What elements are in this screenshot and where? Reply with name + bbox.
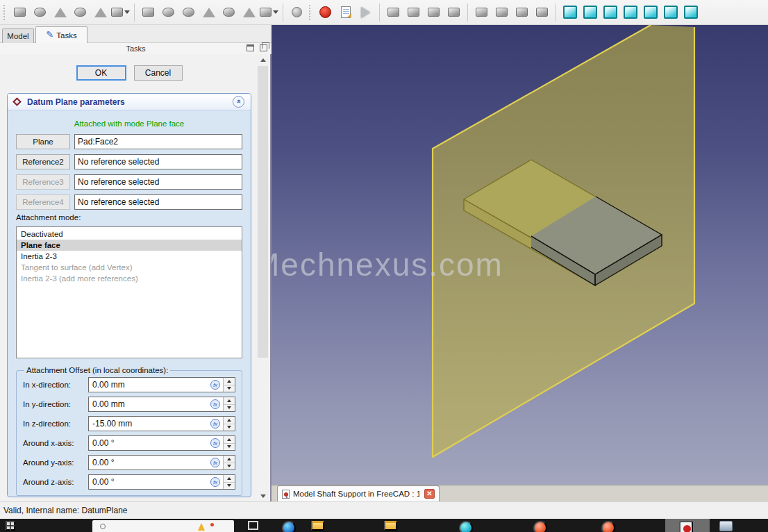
toolbar-drag-handle — [3, 5, 7, 20]
document-tab[interactable]: Model Shaft Support in FreeCAD : 1* ✕ — [277, 485, 440, 501]
spin-up-icon[interactable] — [224, 417, 235, 424]
folder-taskbar-icon[interactable] — [311, 521, 324, 531]
attachment-offset-group: Attachment Offset (in local coordinates)… — [16, 366, 242, 496]
spin-down-icon[interactable] — [224, 405, 235, 412]
close-document-icon[interactable]: ✕ — [424, 489, 435, 499]
app-teal-taskbar-icon[interactable] — [459, 521, 473, 532]
reference3-field[interactable]: No reference selected — [74, 174, 242, 190]
macro-play-button[interactable] — [356, 2, 376, 23]
float-panel-icon[interactable] — [260, 44, 267, 51]
view-rear-icon — [644, 6, 658, 19]
polar-pattern-button[interactable] — [512, 2, 532, 23]
expression-fx-icon[interactable]: fx — [210, 438, 220, 448]
spin-down-icon[interactable] — [224, 444, 235, 451]
mirrored-button[interactable] — [492, 2, 512, 23]
reference2-button[interactable]: Reference2 — [16, 154, 70, 169]
spin-up-icon[interactable] — [224, 397, 235, 405]
boolean-operation-button[interactable] — [287, 2, 307, 23]
expression-fx-icon[interactable]: fx — [210, 477, 220, 487]
multitransform-button[interactable] — [532, 2, 552, 23]
view-rear-button[interactable] — [640, 2, 660, 23]
spin-up-icon[interactable] — [224, 378, 235, 385]
view-left-button[interactable] — [681, 2, 701, 23]
fillet-button[interactable] — [383, 2, 403, 23]
document-tab-bar: Model Shaft Support in FreeCAD : 1* ✕ — [272, 485, 768, 501]
spin-down-icon[interactable] — [224, 463, 235, 470]
app-red-taskbar-icon[interactable] — [533, 521, 547, 532]
view-right-button[interactable] — [620, 2, 640, 23]
freecad-taskbar-icon[interactable] — [679, 521, 693, 532]
offset-spinbox[interactable]: -15.00 mmfx — [88, 416, 235, 431]
expression-fx-icon[interactable]: fx — [210, 458, 220, 467]
3d-viewport[interactable]: Mechnexus.com Model Shaft Support in Fre… — [272, 25, 768, 501]
spin-up-icon[interactable] — [224, 475, 235, 483]
macro-record-button[interactable] — [315, 2, 335, 23]
tab-tasks[interactable]: ✎ Tasks — [35, 26, 87, 43]
scroll-up-icon[interactable] — [257, 54, 269, 65]
additive-primitive-button[interactable] — [110, 2, 131, 23]
offset-spinbox[interactable]: 0.00 °fx — [88, 435, 235, 451]
offset-spinbox[interactable]: 0.00 °fx — [88, 455, 235, 470]
thickness-button[interactable] — [444, 2, 464, 23]
explorer-taskbar-icon[interactable] — [719, 521, 733, 531]
pad-button[interactable] — [10, 2, 30, 23]
offset-spinbox[interactable]: 0.00 mmfx — [88, 397, 235, 412]
macro-edit-button[interactable] — [335, 2, 356, 23]
subtractive-pipe-button[interactable] — [219, 2, 239, 23]
folder-2-taskbar-icon[interactable] — [384, 521, 397, 531]
datum-plane-header[interactable]: Datum Plane parameters » — [8, 94, 251, 110]
view-axonometric-button[interactable] — [560, 2, 580, 23]
ok-button[interactable]: OK — [76, 65, 126, 81]
toolbar-separator — [379, 3, 380, 22]
spin-down-icon[interactable] — [224, 424, 235, 431]
collapse-section-icon[interactable]: » — [233, 96, 244, 108]
additive-loft-button[interactable] — [50, 2, 70, 23]
panel-scrollbar[interactable] — [257, 54, 269, 501]
scrollbar-thumb[interactable] — [258, 66, 268, 358]
offset-row: Around y-axis:0.00 °fx — [23, 455, 235, 470]
scroll-down-icon[interactable] — [257, 490, 269, 501]
attachment-mode-item[interactable]: Deactivated — [17, 228, 242, 240]
attachment-mode-list[interactable]: DeactivatedPlane faceInertia 2-3Tangent … — [16, 226, 242, 358]
expression-fx-icon[interactable]: fx — [210, 399, 220, 409]
app-red-2-taskbar-icon[interactable] — [601, 521, 615, 532]
reference2-field[interactable]: No reference selected — [74, 154, 242, 169]
start-taskbar-icon[interactable] — [6, 521, 15, 531]
dock-panel-icon[interactable] — [247, 44, 254, 51]
view-top-button[interactable] — [600, 2, 620, 23]
additive-helix-button[interactable] — [90, 2, 110, 23]
view-front-button[interactable] — [580, 2, 600, 23]
expression-fx-icon[interactable]: fx — [210, 380, 220, 390]
view-bottom-button[interactable] — [660, 2, 681, 23]
expression-fx-icon[interactable]: fx — [210, 419, 220, 429]
pocket-button[interactable] — [138, 2, 158, 23]
offset-spinbox[interactable]: 0.00 mmfx — [88, 377, 235, 392]
subtractive-helix-button[interactable] — [239, 2, 259, 23]
hole-button[interactable] — [158, 2, 178, 23]
chamfer-button[interactable] — [403, 2, 424, 23]
attachment-mode-item[interactable]: Plane face — [17, 240, 242, 251]
subtractive-primitive-button[interactable] — [259, 2, 279, 23]
cancel-button[interactable]: Cancel — [134, 65, 183, 81]
offset-spinbox[interactable]: 0.00 °fx — [88, 474, 235, 490]
plane-field[interactable]: Pad:Face2 — [74, 134, 242, 149]
macro-play-icon — [361, 7, 370, 18]
additive-pipe-button[interactable] — [70, 2, 90, 23]
task-view-taskbar-icon[interactable] — [248, 521, 258, 530]
spin-up-icon[interactable] — [224, 456, 235, 463]
spin-up-icon[interactable] — [224, 436, 235, 444]
spin-down-icon[interactable] — [224, 385, 235, 392]
attachment-mode-item[interactable]: Inertia 2-3 — [17, 251, 242, 262]
reference4-field[interactable]: No reference selected — [74, 194, 242, 210]
draft-button[interactable] — [424, 2, 444, 23]
subtractive-primitive-icon — [260, 8, 272, 17]
taskbar-search-box[interactable] — [92, 520, 234, 532]
subtractive-loft-button[interactable] — [199, 2, 219, 23]
linear-pattern-button[interactable] — [471, 2, 492, 23]
revolution-button[interactable] — [30, 2, 50, 23]
spin-down-icon[interactable] — [224, 483, 235, 490]
edge-taskbar-icon[interactable] — [282, 521, 296, 532]
plane-button[interactable]: Plane — [16, 134, 70, 149]
tab-model[interactable]: Model — [2, 28, 34, 43]
groove-button[interactable] — [178, 2, 199, 23]
